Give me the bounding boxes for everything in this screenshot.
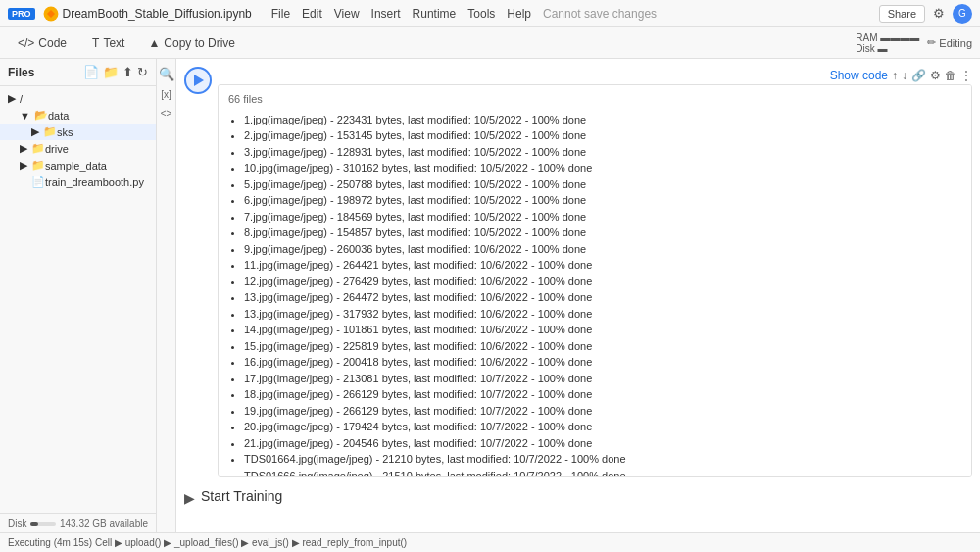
main-layout: Files 📄 📁 ⬆ ↻ ▶ / ▼ 📂 data ▶ 📁 sks <box>0 59 980 532</box>
list-item: 2.jpg(image/jpeg) - 153145 bytes, last m… <box>244 127 961 144</box>
status-bar: Executing (4m 15s) Cell ▶ upload() ▶ _up… <box>0 532 980 552</box>
run-button[interactable] <box>184 67 212 94</box>
menu-tools[interactable]: Tools <box>467 7 495 21</box>
file-tree: ▶ / ▼ 📂 data ▶ 📁 sks ▶ 📁 drive ▶ 📁 s <box>0 86 156 513</box>
tree-item-data-label: data <box>48 110 69 122</box>
folder-drive-icon2: 📁 <box>31 142 45 155</box>
settings-icon[interactable]: ⚙ <box>933 6 945 21</box>
ram-disk-info: RAM ▬▬▬▬ Disk ▬ <box>856 32 919 54</box>
move-down-icon[interactable]: ↓ <box>902 69 907 82</box>
tree-item-sample-data[interactable]: ▶ 📁 sample_data <box>0 157 156 174</box>
list-item: 9.jpg(image/jpeg) - 260036 bytes, last m… <box>244 241 961 258</box>
top-bar-right: Share ⚙ G <box>879 4 972 24</box>
tree-item-sample-data-label: sample_data <box>45 160 107 172</box>
tree-item-py-label: train_dreambooth.py <box>45 176 144 188</box>
start-training-section: ▶ Start Training <box>184 484 972 510</box>
pro-badge: PRO <box>8 8 35 20</box>
disk-bar <box>30 522 55 526</box>
list-item: 11.jpg(image/jpeg) - 264421 bytes, last … <box>244 257 961 274</box>
show-code-link[interactable]: Show code <box>830 69 888 82</box>
menu-file[interactable]: File <box>271 7 290 21</box>
more-icon[interactable]: ⋮ <box>960 69 972 82</box>
drive-icon: ▲ <box>148 36 160 50</box>
refresh-icon[interactable]: ↻ <box>137 65 148 79</box>
top-bar: PRO DreamBooth_Stable_Diffusion.ipynb Fi… <box>0 0 980 27</box>
left-x-icon[interactable]: [x] <box>161 89 172 100</box>
disk-size-label: 143.32 GB available <box>60 518 148 528</box>
new-file-icon[interactable]: 📄 <box>83 65 99 79</box>
disk-label: Disk <box>856 43 874 54</box>
file-count-label: 66 files <box>228 91 961 108</box>
list-item: 10.jpg(image/jpeg) - 310162 bytes, last … <box>244 160 961 176</box>
tree-root[interactable]: ▶ / <box>0 90 156 107</box>
content-wrapper: 🔍 [x] <> Show code ↑ ↓ 🔗 ⚙ <box>157 59 980 532</box>
tree-root-label: / <box>20 93 23 105</box>
list-item: 1.jpg(image/jpeg) - 223431 bytes, last m… <box>244 112 961 128</box>
tree-item-drive[interactable]: ▶ 📁 drive <box>0 140 156 157</box>
list-item: 6.jpg(image/jpeg) - 198972 bytes, last m… <box>244 192 961 209</box>
code-tab[interactable]: </> Code <box>8 32 76 54</box>
tree-item-data[interactable]: ▼ 📂 data <box>0 107 156 124</box>
menu-runtime[interactable]: Runtime <box>413 7 457 21</box>
section-collapse-icon[interactable]: ▶ <box>184 488 195 506</box>
chevron-right-icon: ▶ <box>8 92 16 105</box>
move-up-icon[interactable]: ↑ <box>892 69 898 82</box>
sidebar: Files 📄 📁 ⬆ ↻ ▶ / ▼ 📂 data ▶ 📁 sks <box>0 59 157 532</box>
folder-closed-icon: ▶ <box>31 125 39 138</box>
left-code-icon[interactable]: <> <box>161 108 172 119</box>
list-item: 3.jpg(image/jpeg) - 128931 bytes, last m… <box>244 144 961 161</box>
menu-help[interactable]: Help <box>507 7 531 21</box>
output-area: 66 files 1.jpg(image/jpeg) - 223431 byte… <box>218 84 972 477</box>
menu-insert[interactable]: Insert <box>371 7 401 21</box>
upload-icon[interactable]: ⬆ <box>122 65 133 79</box>
cell-area: Show code ↑ ↓ 🔗 ⚙ 🗑 ⋮ 66 files <box>176 59 980 532</box>
tree-item-py[interactable]: ▶ 📄 train_dreambooth.py <box>0 174 156 190</box>
list-item: 13.jpg(image/jpeg) - 317932 bytes, last … <box>244 306 961 323</box>
list-item: 8.jpg(image/jpeg) - 154857 bytes, last m… <box>244 225 961 241</box>
status-text: Executing (4m 15s) Cell ▶ upload() ▶ _up… <box>8 537 407 548</box>
upload-cell: Show code ↑ ↓ 🔗 ⚙ 🗑 ⋮ 66 files <box>184 67 972 477</box>
folder-expand-icon: ▼ <box>20 110 30 122</box>
list-item: 18.jpg(image/jpeg) - 266129 bytes, last … <box>244 386 961 403</box>
list-item: 19.jpg(image/jpeg) - 266129 bytes, last … <box>244 403 961 420</box>
list-item: 5.jpg(image/jpeg) - 250788 bytes, last m… <box>244 176 961 193</box>
editing-badge: ✏ Editing <box>927 36 972 49</box>
folder-sample-icon: ▶ <box>20 159 27 172</box>
disk-bottom-label: Disk <box>8 518 26 528</box>
tree-item-sks[interactable]: ▶ 📁 sks <box>0 124 156 140</box>
list-item: 15.jpg(image/jpeg) - 225819 bytes, last … <box>244 338 961 355</box>
second-bar: </> Code T Text ▲ Copy to Drive RAM ▬▬▬▬… <box>0 27 980 59</box>
code-tab-label: Code <box>38 36 67 50</box>
sidebar-header: Files 📄 📁 ⬆ ↻ <box>0 59 156 86</box>
file-icon: 📄 <box>31 176 45 188</box>
new-folder-icon[interactable]: 📁 <box>103 65 119 79</box>
text-tab[interactable]: T Text <box>82 32 134 54</box>
left-icons: 🔍 [x] <> <box>157 59 176 532</box>
sidebar-icons: 📄 📁 ⬆ ↻ <box>83 65 148 79</box>
profile-avatar[interactable]: G <box>953 4 972 24</box>
list-item: 13.jpg(image/jpeg) - 264472 bytes, last … <box>244 289 961 306</box>
pencil-icon: ✏ <box>927 36 936 49</box>
save-status: Cannot save changes <box>543 7 657 21</box>
sidebar-title: Files <box>8 66 34 79</box>
menu-view[interactable]: View <box>334 7 360 21</box>
list-item: 14.jpg(image/jpeg) - 101861 bytes, last … <box>244 322 961 338</box>
colab-logo-icon <box>43 6 59 22</box>
list-item: 17.jpg(image/jpeg) - 213081 bytes, last … <box>244 371 961 387</box>
left-search-icon[interactable]: 🔍 <box>159 67 174 81</box>
list-item: TDS01666.jpg(image/jpeg) - 21510 bytes, … <box>244 468 961 477</box>
text-tab-label: Text <box>103 36 124 50</box>
copy-to-drive-label: Copy to Drive <box>164 36 235 50</box>
menu-edit[interactable]: Edit <box>302 7 322 21</box>
list-item: TDS01664.jpg(image/jpeg) - 21210 bytes, … <box>244 451 961 468</box>
editing-label: Editing <box>939 37 972 49</box>
sidebar-bottom: Disk 143.32 GB available <box>0 513 156 532</box>
copy-to-drive-button[interactable]: ▲ Copy to Drive <box>140 32 243 54</box>
share-button[interactable]: Share <box>879 5 925 23</box>
tree-item-sks-label: sks <box>57 126 74 138</box>
trash-icon[interactable]: 🗑 <box>945 69 956 82</box>
disk-bar-fill <box>30 522 38 526</box>
settings-cell-icon[interactable]: ⚙ <box>930 69 941 82</box>
ram-label: RAM <box>856 32 877 43</box>
link-icon[interactable]: 🔗 <box>911 69 926 82</box>
